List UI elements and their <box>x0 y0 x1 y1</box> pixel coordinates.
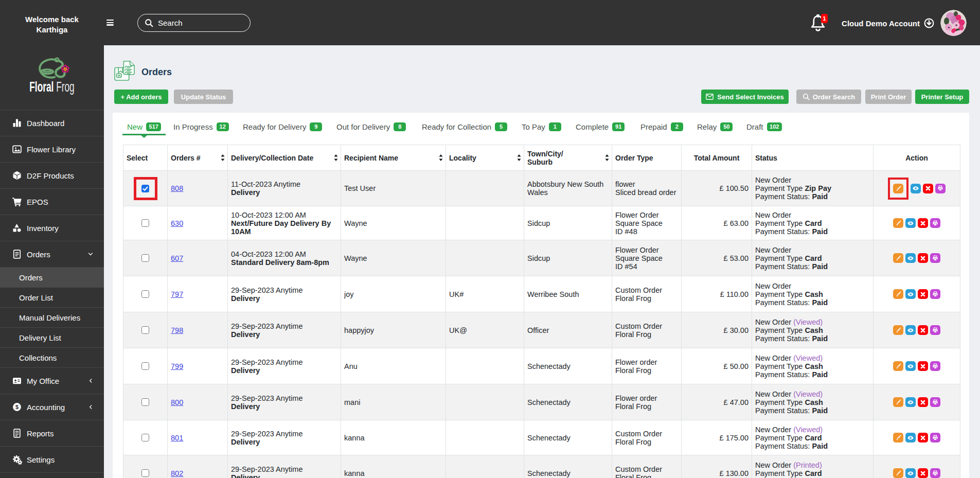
svg-text:$: $ <box>15 404 19 410</box>
